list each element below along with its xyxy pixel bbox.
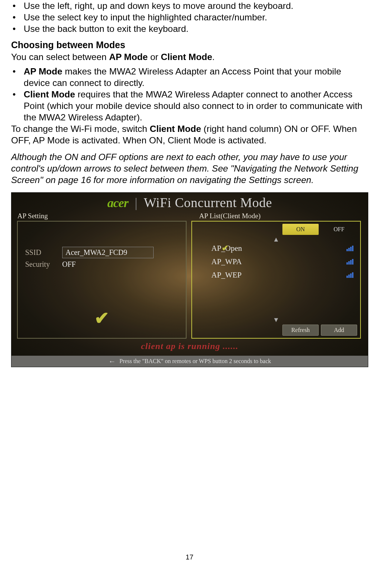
security-label: Security [25,260,62,269]
bullet-3: Use the back button to exit the keyboard… [11,23,368,34]
status-message: client ap is running ...... [11,341,368,351]
intro-e: . [212,52,215,62]
ap-list-heading: AP List(Client Mode) [199,212,261,220]
screenshot-title-bar: acer | WiFi Concurrent Mode [11,195,368,210]
ap-item-2-label: AP_WPA [211,257,242,266]
intro-c: or [148,52,161,62]
toggle-off-button[interactable]: OFF [321,224,357,235]
mode-bullet-ap-text: makes the MWA2 Wireless Adapter an Acces… [24,66,341,88]
mode-bullet-client-bold: Client Mode [24,89,75,99]
chevron-down-icon[interactable]: ▼ [273,316,279,324]
help-text: Press the "BACK" on remotes or WPS butto… [120,358,271,365]
ap-item-1[interactable]: ✔ AP_Open [211,242,356,254]
selected-check-icon: ✔ [222,243,228,253]
intro-d: Client Mode [161,52,212,62]
ssid-field[interactable]: Acer_MWA2_FCD9 [62,247,154,258]
ap-item-3[interactable]: AP_WEP [211,269,356,281]
signal-icon [346,259,353,265]
mode-bullets: AP Mode makes the MWA2 Wireless Adapter … [11,66,368,123]
page-number: 17 [185,553,193,561]
intro-a: You can select between [11,52,109,62]
brand-logo: acer [107,196,128,210]
security-value[interactable]: OFF [62,260,76,269]
section-heading: Choosing between Modes [11,40,368,50]
client-mode-toggle[interactable]: ON OFF [282,224,357,235]
ap-setting-panel: SSID Acer_MWA2_FCD9 Security OFF ✔ [17,221,187,339]
confirm-check-icon[interactable]: ✔ [94,308,109,328]
ssid-label: SSID [25,248,62,257]
signal-icon [346,246,353,251]
change-para: To change the Wi-Fi mode, switch Client … [11,123,368,146]
note-paragraph: Although the ON and OFF options are next… [11,151,368,186]
back-arrow-icon: ← [108,357,116,366]
ap-item-2[interactable]: AP_WPA [211,256,356,268]
mode-bullet-client: Client Mode requires that the MWA2 Wirel… [11,89,368,123]
ssid-row: SSID Acer_MWA2_FCD9 [25,247,154,258]
mode-bullet-ap-bold: AP Mode [24,66,62,76]
change-a: To change the Wi-Fi mode, switch [11,124,150,134]
security-row: Security OFF [25,260,76,269]
ap-item-3-label: AP_WEP [211,270,242,280]
screenshot-title: WiFi Concurrent Mode [144,195,272,210]
intro-b: AP Mode [109,52,148,62]
wifi-settings-screenshot: acer | WiFi Concurrent Mode AP Setting A… [11,192,368,367]
change-b: Client Mode [150,124,201,134]
ap-setting-heading: AP Setting [17,212,48,220]
signal-icon [346,272,353,278]
help-bar: ← Press the "BACK" on remotes or WPS but… [11,356,368,367]
mode-bullet-ap: AP Mode makes the MWA2 Wireless Adapter … [11,66,368,89]
refresh-button[interactable]: Refresh [282,325,319,336]
ap-list-panel: ON OFF ▲ ✔ AP_Open AP_WPA AP_WEP [191,221,361,339]
bullet-2: Use the select key to input the highligh… [11,11,368,23]
toggle-on-button[interactable]: ON [282,224,319,235]
intro-bullets: Use the left, right, up and down keys to… [11,0,368,34]
title-separator: | [135,195,138,210]
bullet-1: Use the left, right, up and down keys to… [11,0,368,11]
add-button[interactable]: Add [321,325,357,336]
mode-intro: You can select between AP Mode or Client… [11,51,368,63]
